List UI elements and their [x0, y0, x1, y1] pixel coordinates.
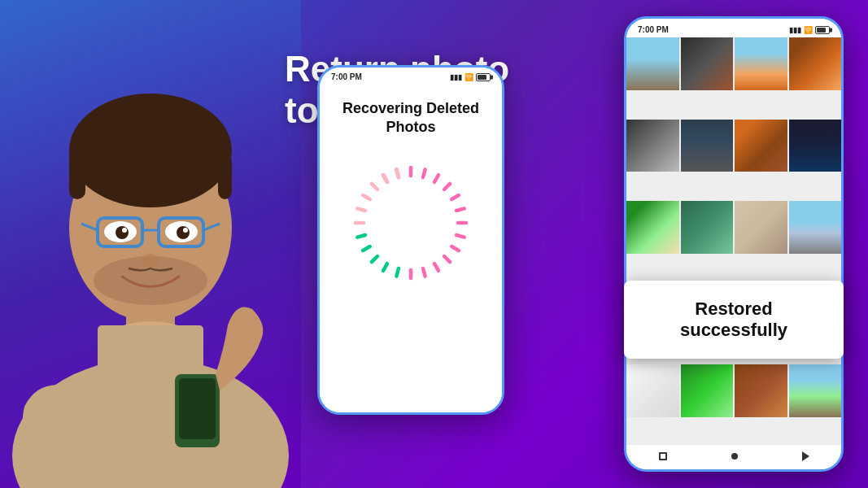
status-time-right: 7:00 PM	[638, 25, 669, 34]
svg-line-45	[357, 208, 365, 211]
svg-line-29	[444, 184, 450, 190]
svg-line-42	[363, 246, 370, 251]
svg-line-37	[423, 268, 425, 277]
battery-icon-right	[815, 26, 830, 34]
svg-line-30	[451, 195, 459, 199]
photo-thumb-9	[626, 201, 679, 254]
photo-thumb-7	[735, 120, 787, 172]
status-icons-right: ▮▮▮ 🛜	[789, 26, 830, 34]
svg-line-43	[357, 235, 365, 237]
svg-point-17	[116, 226, 129, 239]
status-bar-left: 7:00 PM ▮▮▮ 🛜	[320, 68, 502, 83]
photo-thumb-3	[735, 37, 787, 90]
svg-line-33	[456, 235, 465, 237]
photo-thumb-20	[789, 364, 842, 417]
svg-line-36	[434, 264, 438, 271]
svg-line-39	[396, 268, 399, 277]
signal-icon: ▮▮▮	[450, 73, 462, 81]
svg-line-41	[372, 256, 377, 262]
battery-icon	[476, 73, 491, 81]
svg-line-46	[363, 195, 370, 199]
photo-thumb-5	[626, 120, 679, 172]
svg-line-40	[383, 264, 387, 271]
photo-thumb-1	[626, 37, 679, 90]
svg-point-19	[122, 228, 127, 233]
person-illustration	[0, 0, 301, 488]
phone-left-mockup: 7:00 PM ▮▮▮ 🛜 Recovering Deleted Photos	[317, 65, 504, 415]
photo-thumb-17	[626, 364, 679, 417]
photo-thumb-4	[789, 37, 842, 90]
status-icons-left: ▮▮▮ 🛜	[450, 73, 491, 81]
svg-point-20	[183, 228, 188, 233]
svg-rect-23	[179, 378, 216, 439]
status-time-left: 7:00 PM	[331, 72, 362, 81]
photo-thumb-11	[735, 201, 787, 254]
recovering-title-line2: Photos	[386, 119, 436, 135]
recovering-title: Recovering Deleted Photos	[342, 99, 479, 137]
nav-back-button[interactable]	[802, 451, 809, 461]
svg-point-21	[142, 254, 159, 267]
wifi-icon: 🛜	[465, 73, 473, 81]
phone-nav-bar	[626, 445, 841, 469]
svg-line-27	[423, 169, 425, 177]
svg-rect-8	[218, 155, 232, 199]
svg-line-47	[372, 184, 377, 190]
svg-line-48	[383, 175, 387, 182]
svg-line-34	[451, 246, 459, 251]
main-background: Return photo to the phone 7:00 PM ▮▮▮ 🛜 …	[0, 0, 868, 488]
svg-point-6	[69, 94, 232, 207]
photo-thumb-10	[681, 201, 734, 254]
photo-thumb-8	[789, 120, 842, 172]
nav-home-button[interactable]	[731, 453, 738, 460]
svg-line-31	[456, 208, 465, 211]
wifi-icon-right: 🛜	[804, 26, 813, 34]
phone-left-content: Recovering Deleted Photos	[320, 83, 502, 412]
restored-toast: Restored successfully	[624, 281, 844, 359]
photo-thumb-6	[681, 120, 734, 172]
photo-grid	[626, 37, 841, 445]
photo-thumb-12	[789, 201, 842, 254]
person-background	[0, 0, 301, 488]
nav-square-button[interactable]	[659, 452, 667, 460]
svg-point-18	[177, 226, 190, 239]
svg-line-49	[396, 169, 399, 177]
signal-icon-right: ▮▮▮	[789, 26, 801, 34]
svg-line-35	[444, 256, 450, 262]
photo-thumb-2	[681, 37, 734, 90]
status-bar-right: 7:00 PM ▮▮▮ 🛜	[626, 19, 841, 37]
photo-thumb-19	[735, 364, 787, 417]
recovering-title-line1: Recovering Deleted	[342, 100, 479, 116]
recovery-spinner	[350, 162, 472, 284]
svg-rect-7	[69, 150, 85, 199]
phone-right-mockup: 7:00 PM ▮▮▮ 🛜	[624, 16, 844, 472]
toast-message: Restored successfully	[640, 298, 827, 341]
photo-thumb-18	[681, 364, 734, 417]
svg-line-28	[434, 175, 438, 182]
